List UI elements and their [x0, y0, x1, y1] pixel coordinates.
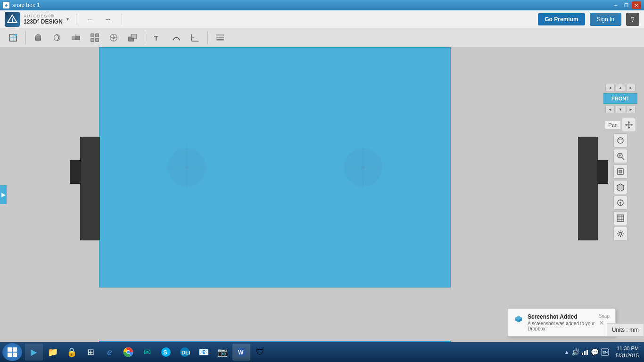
- taskbar-clock[interactable]: 11:30 PM 5/31/2015: [613, 345, 642, 360]
- taskbar-ie[interactable]: ℯ: [100, 344, 118, 361]
- look-button[interactable]: [613, 196, 627, 210]
- svg-text:DELL: DELL: [182, 350, 190, 355]
- tray-notify-icon[interactable]: 💬: [591, 348, 599, 356]
- viewport[interactable]: ▶ ◄ ▲ ► FRONT ◄ ▼ ► Pan: [0, 47, 644, 342]
- primitives-tool-button[interactable]: [30, 30, 47, 46]
- snap-tool-button[interactable]: [105, 30, 122, 46]
- pan-button[interactable]: [622, 118, 636, 132]
- dropbox-icon: [513, 314, 524, 324]
- new-sketch-tool-button[interactable]: +: [5, 30, 22, 46]
- sign-in-button[interactable]: Sign In: [590, 13, 621, 26]
- nav-down-left-arrow[interactable]: ◄: [605, 106, 615, 113]
- group-icon: [71, 33, 81, 43]
- separator-2: [122, 14, 122, 25]
- grid-button[interactable]: [613, 211, 627, 225]
- toolbar: +: [0, 28, 644, 47]
- toolbar-sep-2: [145, 31, 145, 44]
- go-premium-button[interactable]: Go Premium: [538, 13, 585, 25]
- taskbar-file-explorer[interactable]: 📁: [44, 344, 62, 361]
- left-edge-arrow[interactable]: ▶: [0, 185, 7, 204]
- left-side-tab: [70, 160, 81, 184]
- units-badge[interactable]: Units : mm: [607, 323, 644, 337]
- app-header: AUTODESK® 123D° DESIGN ▾ ← → Go Premium …: [0, 10, 644, 28]
- pan-control-row: Pan: [605, 118, 636, 132]
- svg-rect-7: [36, 36, 41, 40]
- left-side-piece: [80, 137, 100, 240]
- taskbar-outlook[interactable]: 📧: [195, 344, 213, 361]
- nav-up-left-arrow[interactable]: ◄: [605, 84, 615, 91]
- layers-tool-button[interactable]: [212, 30, 229, 46]
- svg-rect-14: [91, 34, 94, 37]
- snap-icon: [108, 33, 119, 43]
- taskbar-security[interactable]: 🔒: [63, 344, 81, 361]
- help-button[interactable]: ?: [626, 13, 639, 26]
- primitives-icon: [33, 33, 43, 43]
- svg-point-44: [361, 165, 365, 169]
- fit-button[interactable]: [613, 165, 627, 179]
- app-logo: AUTODESK® 123D° DESIGN ▾: [5, 12, 69, 27]
- system-tray: ▲ 🔊 💬 EN: [561, 348, 612, 357]
- tray-speaker-icon[interactable]: 🔊: [571, 348, 579, 356]
- right-side-piece: [578, 137, 598, 240]
- redo-button[interactable]: →: [101, 13, 115, 26]
- tray-network-icon[interactable]: [581, 348, 589, 357]
- group-tool-button[interactable]: [67, 30, 84, 46]
- nav-up-right-arrow[interactable]: ►: [626, 84, 636, 91]
- nav-down-arrow[interactable]: ▼: [616, 106, 625, 113]
- taskbar-chrome[interactable]: [119, 344, 137, 361]
- taskbar-media-player[interactable]: ▶: [25, 344, 43, 361]
- taskbar-word[interactable]: W: [232, 344, 250, 361]
- pattern-tool-button[interactable]: [86, 30, 103, 46]
- zoom-button[interactable]: [613, 149, 627, 163]
- taskbar-skype[interactable]: S: [157, 344, 175, 361]
- right-crosshair: [337, 141, 389, 193]
- taskbar-app-grid[interactable]: ⊞: [82, 344, 99, 361]
- svg-point-69: [619, 232, 622, 235]
- tray-expand-button[interactable]: ▲: [564, 349, 570, 355]
- svg-point-79: [127, 351, 130, 354]
- measure-tool-button[interactable]: [187, 30, 204, 46]
- minimize-button[interactable]: ─: [611, 1, 620, 9]
- combine-tool-button[interactable]: [124, 30, 141, 46]
- modify-icon: [52, 33, 62, 43]
- curve-tool-button[interactable]: [168, 30, 185, 46]
- close-button[interactable]: ✕: [632, 1, 641, 9]
- front-view-button[interactable]: FRONT: [603, 93, 637, 104]
- svg-marker-50: [631, 124, 633, 126]
- orbit-icon: [616, 136, 625, 145]
- shield-icon: 🛡: [256, 347, 264, 357]
- svg-rect-86: [582, 353, 583, 355]
- svg-marker-8: [36, 34, 41, 36]
- svg-rect-74: [13, 347, 17, 352]
- product-label: 123D° DESIGN: [24, 18, 63, 25]
- nav-up-arrow[interactable]: ▲: [616, 84, 625, 91]
- tray-input-icon[interactable]: EN: [601, 348, 609, 356]
- orbit-button[interactable]: [613, 133, 627, 148]
- dell-icon: DELL: [180, 347, 190, 357]
- taskbar: ▶ 📁 🔒 ⊞ ℯ ✉ S DELL: [0, 342, 644, 362]
- start-button[interactable]: [2, 343, 22, 361]
- taskbar-dell[interactable]: DELL: [176, 344, 194, 361]
- word-icon: W: [236, 347, 247, 357]
- undo-button[interactable]: ←: [83, 13, 97, 26]
- nav-down-right-arrow[interactable]: ►: [626, 106, 636, 113]
- perspective-button[interactable]: [613, 180, 627, 194]
- window-controls: ─ ❐ ✕: [611, 1, 641, 9]
- taskbar-shield[interactable]: 🛡: [251, 344, 269, 361]
- restore-button[interactable]: ❐: [621, 1, 631, 9]
- network-bars-icon: [581, 348, 589, 355]
- snap-badge: Snap: [599, 313, 610, 319]
- taskbar-camera[interactable]: 📷: [214, 344, 231, 361]
- settings-button[interactable]: [613, 227, 627, 241]
- camera-icon: 📷: [217, 347, 228, 357]
- svg-marker-49: [625, 124, 627, 126]
- svg-point-37: [185, 165, 189, 169]
- product-dropdown-arrow[interactable]: ▾: [66, 16, 69, 22]
- text-tool-button[interactable]: T: [149, 30, 166, 46]
- svg-text:T: T: [154, 34, 158, 42]
- notification-popup: Screenshot Added A screenshot was added …: [507, 308, 616, 337]
- svg-rect-30: [217, 35, 224, 36]
- taskbar-app6[interactable]: ✉: [138, 344, 156, 361]
- toolbar-sep-3: [207, 31, 208, 44]
- modify-tool-button[interactable]: [49, 30, 66, 46]
